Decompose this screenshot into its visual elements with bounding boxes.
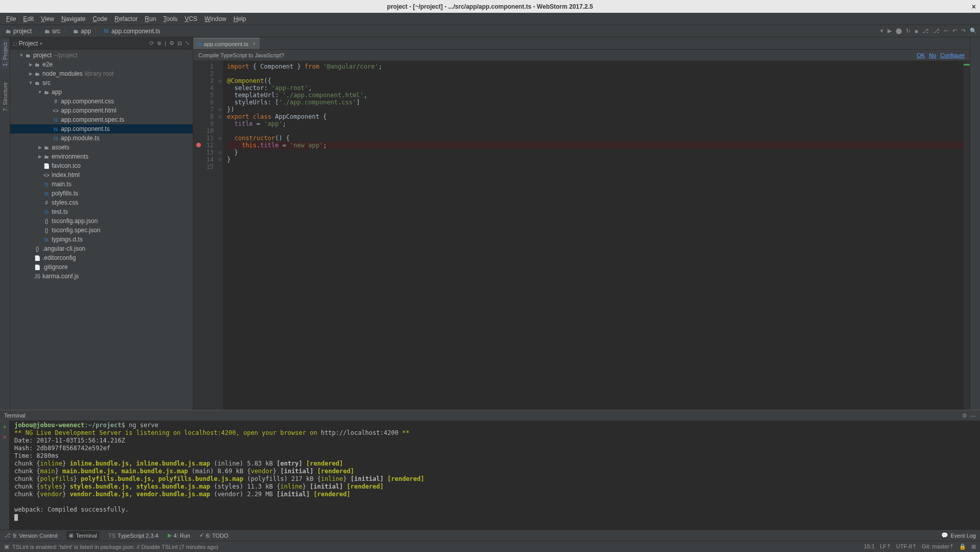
- tree-item-app.module.ts[interactable]: tsapp.module.ts: [10, 134, 193, 143]
- tree-item-.editorconfig[interactable]: 📄.editorconfig: [10, 253, 193, 262]
- status-item-2[interactable]: UTF-8⇡: [896, 543, 917, 550]
- menu-code[interactable]: Code: [89, 14, 110, 24]
- notif-no-link[interactable]: No: [929, 52, 936, 58]
- line-number[interactable]: 10: [193, 127, 214, 135]
- menu-view[interactable]: View: [38, 14, 57, 24]
- tree-item-node_modules[interactable]: ▶🖿node_moduleslibrary root: [10, 69, 193, 78]
- arrow-icon[interactable]: ▶: [28, 71, 34, 76]
- line-number[interactable]: 11: [193, 135, 214, 142]
- tree-item-assets[interactable]: ▶🖿assets: [10, 143, 193, 152]
- code-line[interactable]: export class AppComponent {: [227, 113, 964, 120]
- tree-item-styles.css[interactable]: #styles.css: [10, 198, 193, 207]
- fold-icon[interactable]: ⊟: [217, 77, 223, 84]
- add-terminal-icon[interactable]: +: [3, 423, 7, 431]
- toolbar-icon-1[interactable]: ▶: [887, 28, 892, 34]
- arrow-icon[interactable]: ▶: [28, 62, 34, 67]
- status-item-3[interactable]: Git: master⇡: [922, 543, 954, 550]
- tree-item-app.component.spec.ts[interactable]: tsapp.component.spec.ts: [10, 115, 193, 124]
- project-panel-title[interactable]: □ Project ▾: [13, 40, 42, 47]
- tree-item-app[interactable]: ▼🖿app: [10, 87, 193, 97]
- proj-tool-3[interactable]: ⚙: [169, 40, 174, 47]
- toolbar-icon-4[interactable]: ■: [915, 28, 918, 34]
- line-number[interactable]: 5: [193, 92, 214, 99]
- status-icon[interactable]: ▣: [4, 543, 9, 550]
- toolbar-icon-6[interactable]: ⎇: [933, 28, 940, 34]
- tool-tab-todo[interactable]: ✔6: TODO: [199, 532, 229, 539]
- toolbar-icon-10[interactable]: 🔍: [970, 28, 977, 34]
- code-line[interactable]: constructor() {: [227, 135, 964, 142]
- code-line[interactable]: this.title = 'new app';: [227, 142, 964, 149]
- tree-item-.gitignore[interactable]: 📄.gitignore: [10, 262, 193, 272]
- tree-item-tsconfig.spec.json[interactable]: {}tsconfig.spec.json: [10, 226, 193, 235]
- line-gutter[interactable]: 123456789101112131415: [193, 61, 217, 410]
- tree-item-index.html[interactable]: <>index.html: [10, 170, 193, 180]
- tool-tab-versioncontrol[interactable]: ⎇9: Version Control: [4, 532, 57, 539]
- editor-tab[interactable]: ts app.component.ts ×: [193, 38, 260, 49]
- fold-icon[interactable]: ⊟: [217, 106, 223, 113]
- tree-item-environments[interactable]: ▶🖿environments: [10, 152, 193, 161]
- proj-tool-0[interactable]: ⟳: [149, 40, 154, 47]
- code-line[interactable]: }): [227, 106, 964, 113]
- line-number[interactable]: 7: [193, 106, 214, 113]
- proj-tool-5[interactable]: ⤡: [185, 40, 190, 47]
- line-number[interactable]: 3: [193, 77, 214, 84]
- tool-tab-terminal[interactable]: ▣Terminal: [66, 531, 99, 540]
- status-item-5[interactable]: ⊞: [971, 543, 976, 550]
- code-content[interactable]: import { Component } from '@angular/core…: [223, 61, 964, 410]
- menu-help[interactable]: Help: [231, 14, 249, 24]
- menu-file[interactable]: File: [3, 14, 19, 24]
- proj-tool-4[interactable]: ⊟: [177, 40, 182, 47]
- proj-tool-1[interactable]: ⊕: [157, 40, 162, 47]
- arrow-icon[interactable]: ▼: [28, 80, 34, 85]
- menu-refactor[interactable]: Refactor: [111, 14, 141, 24]
- toolbar-icon-7[interactable]: ⤺: [944, 28, 948, 34]
- terminal-output[interactable]: jobou@jobou-weenect:~/project$ ng serve*…: [9, 421, 980, 529]
- status-item-4[interactable]: 🔒: [959, 543, 966, 550]
- tree-item-main.ts[interactable]: tsmain.ts: [10, 180, 193, 189]
- code-line[interactable]: selector: 'app-root',: [227, 84, 964, 92]
- toolbar-icon-8[interactable]: ↶: [952, 28, 957, 34]
- code-line[interactable]: [227, 163, 964, 170]
- toolbar-icon-9[interactable]: ↷: [961, 28, 966, 34]
- fold-column[interactable]: ⊟⊟⊟⊟⊟⊟: [217, 61, 223, 410]
- tree-item-test.ts[interactable]: tstest.ts: [10, 207, 193, 216]
- arrow-icon[interactable]: ▼: [18, 53, 25, 58]
- event-log-tab[interactable]: 💬Event Log: [941, 532, 976, 539]
- fold-icon[interactable]: ⊟: [217, 149, 223, 156]
- left-tab-project[interactable]: 1: Project: [1, 39, 9, 69]
- notif-configure-link[interactable]: Configure: [940, 52, 965, 58]
- menu-edit[interactable]: Edit: [20, 14, 37, 24]
- tree-item-app.component.html[interactable]: <>app.component.html: [10, 106, 193, 115]
- code-line[interactable]: }: [227, 156, 964, 163]
- line-number[interactable]: 8: [193, 113, 214, 120]
- status-item-0[interactable]: 15:1: [864, 543, 875, 550]
- tree-item-e2e[interactable]: ▶🖿e2e: [10, 60, 193, 69]
- menu-navigate[interactable]: Navigate: [58, 14, 88, 24]
- fold-icon[interactable]: ⊟: [217, 156, 223, 163]
- notif-ok-link[interactable]: OK: [917, 52, 925, 58]
- fold-icon[interactable]: ⊟: [217, 113, 223, 120]
- tool-tab-typescript[interactable]: TSTypeScript 2.3.4: [108, 533, 158, 539]
- proj-tool-2[interactable]: |: [165, 40, 166, 47]
- status-item-1[interactable]: LF⇡: [880, 543, 891, 550]
- line-number[interactable]: 12: [193, 142, 214, 149]
- arrow-icon[interactable]: ▼: [37, 90, 43, 95]
- line-number[interactable]: 15: [193, 163, 214, 170]
- line-number[interactable]: 2: [193, 70, 214, 77]
- tree-item-typings.d.ts[interactable]: tstypings.d.ts: [10, 235, 193, 244]
- arrow-icon[interactable]: ▶: [37, 145, 43, 150]
- toolbar-icon-3[interactable]: ↻: [906, 28, 910, 34]
- tree-item-.angular-cli.json[interactable]: {}.angular-cli.json: [10, 244, 193, 253]
- project-tree[interactable]: ▼🖿project~/project▶🖿e2e▶🖿node_moduleslib…: [10, 50, 193, 410]
- tree-item-favicon.ico[interactable]: 📄favicon.ico: [10, 161, 193, 170]
- code-line[interactable]: styleUrls: ['./app.component.css']: [227, 99, 964, 106]
- menu-window[interactable]: Window: [201, 14, 230, 24]
- tree-item-src[interactable]: ▼🖿src: [10, 78, 193, 87]
- tree-item-polyfills.ts[interactable]: tspolyfills.ts: [10, 189, 193, 198]
- code-line[interactable]: title = 'app';: [227, 120, 964, 127]
- line-number[interactable]: 1: [193, 63, 214, 70]
- close-tab-icon[interactable]: ×: [253, 41, 256, 47]
- code-line[interactable]: @Component({: [227, 77, 964, 84]
- gear-icon[interactable]: ⚙: [962, 412, 967, 419]
- crumb-src[interactable]: 🖿src: [42, 27, 62, 35]
